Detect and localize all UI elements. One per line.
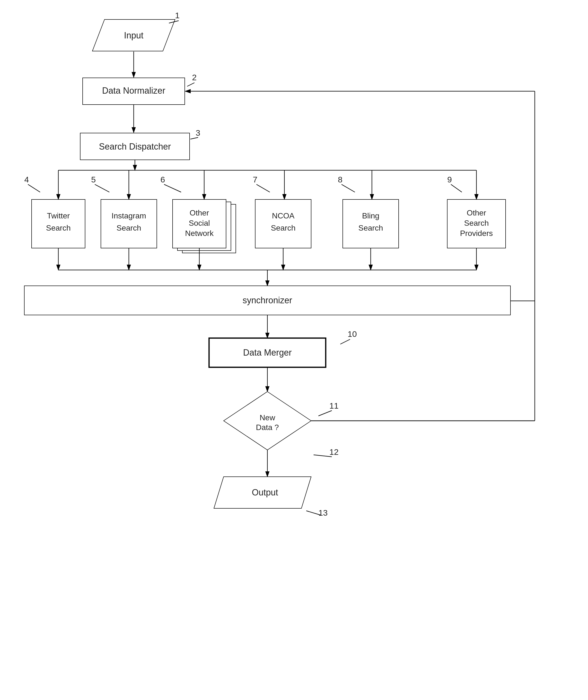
svg-line-38 <box>314 455 332 457</box>
svg-line-18 <box>342 184 355 192</box>
other-search-label-1: Other <box>467 208 486 217</box>
number-5: 5 <box>91 175 96 184</box>
new-data-label-1: New <box>260 413 275 422</box>
number-4: 4 <box>24 175 29 184</box>
number-9: 9 <box>447 175 452 184</box>
other-social-label-3: Network <box>185 229 214 238</box>
number-8: 8 <box>338 175 342 184</box>
svg-line-3 <box>187 83 194 86</box>
number-12: 12 <box>329 447 339 457</box>
number-13: 13 <box>318 508 328 517</box>
svg-line-14 <box>28 184 40 192</box>
svg-line-34 <box>318 411 332 416</box>
instagram-search-label-2: Search <box>116 223 141 232</box>
ncoa-search-label-1: NCOA <box>272 211 295 220</box>
svg-line-17 <box>256 184 270 192</box>
output-label: Output <box>252 488 278 497</box>
svg-line-16 <box>164 184 181 192</box>
diagram-container: Input 1 Data Normalizer 2 Search Dispatc… <box>0 0 588 700</box>
number-7: 7 <box>253 175 257 184</box>
number-3: 3 <box>196 128 200 137</box>
other-social-label-1: Other <box>190 208 209 217</box>
number-1: 1 <box>175 11 180 20</box>
number-6: 6 <box>160 175 165 184</box>
twitter-search-label-2: Search <box>46 223 70 232</box>
other-search-label-2: Search <box>464 219 489 227</box>
data-normalizer-label: Data Normalizer <box>102 86 165 96</box>
number-11: 11 <box>329 401 339 410</box>
input-label: Input <box>124 30 143 40</box>
instagram-search-label-1: Instagram <box>112 211 146 220</box>
other-social-label-2: Social <box>189 219 210 227</box>
search-dispatcher-label: Search Dispatcher <box>99 141 171 151</box>
number-10: 10 <box>348 329 357 338</box>
number-2: 2 <box>192 73 197 82</box>
svg-line-15 <box>95 184 109 192</box>
data-merger-label: Data Merger <box>243 347 292 358</box>
svg-line-19 <box>451 184 462 192</box>
bling-search-label-2: Search <box>358 223 383 232</box>
svg-line-5 <box>190 137 198 139</box>
synchronizer-label: synchronizer <box>243 295 292 305</box>
new-data-label-2: Data ? <box>256 423 279 432</box>
ncoa-search-label-2: Search <box>271 223 295 232</box>
twitter-search-label-1: Twitter <box>47 211 70 220</box>
bling-search-label-1: Bling <box>362 211 379 220</box>
other-search-label-3: Providers <box>460 229 493 238</box>
svg-line-29 <box>340 339 350 344</box>
